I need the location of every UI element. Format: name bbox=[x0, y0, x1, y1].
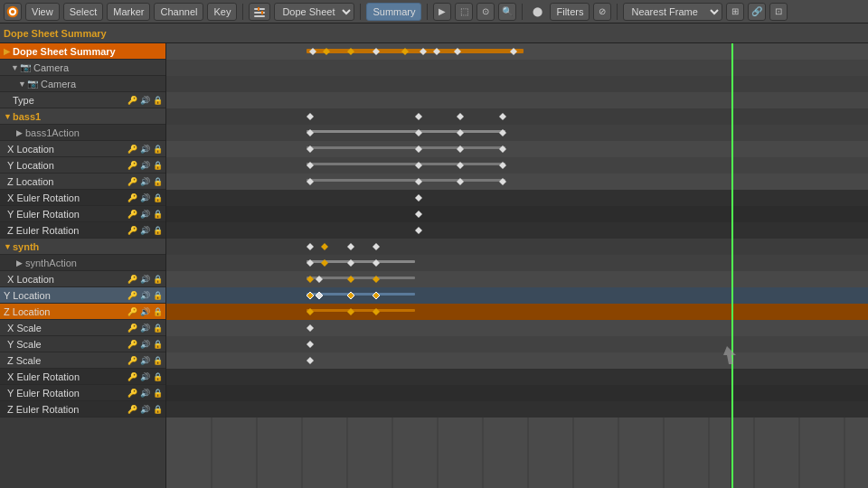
synth-triangle: ▼ bbox=[4, 242, 13, 251]
filters-button[interactable]: Filters bbox=[550, 3, 590, 21]
y-euler-2-row[interactable]: Y Euler Rotation 🔑 🔊 🔒 bbox=[0, 385, 165, 401]
svg-rect-33 bbox=[166, 190, 868, 206]
snap-options-icon[interactable]: 🔗 bbox=[748, 3, 766, 21]
svg-rect-36 bbox=[166, 239, 868, 255]
zeul2-key-icon: 🔑 bbox=[127, 405, 138, 414]
view-options-icon[interactable]: ⊡ bbox=[769, 3, 788, 21]
x-location-2-row[interactable]: X Location 🔑 🔊 🔒 bbox=[0, 271, 165, 287]
separator-3 bbox=[427, 4, 428, 20]
box-select-icon[interactable]: ⬚ bbox=[455, 3, 473, 21]
xloc1-lock-icon: 🔒 bbox=[152, 145, 164, 154]
xeul1-key-icon: 🔑 bbox=[127, 193, 138, 202]
y-euler-1-icons: 🔑 🔊 🔒 bbox=[127, 210, 164, 219]
marker-menu[interactable]: Marker bbox=[107, 3, 150, 21]
synth-group-row[interactable]: ▼ synth bbox=[0, 239, 165, 255]
blender-logo-icon[interactable] bbox=[4, 3, 22, 21]
yloc1-lock-icon: 🔒 bbox=[152, 161, 164, 170]
type-mute-icon: 🔊 bbox=[139, 96, 151, 105]
summary-button[interactable]: Summary bbox=[366, 3, 421, 21]
view-menu[interactable]: View bbox=[25, 3, 60, 21]
select-menu[interactable]: Select bbox=[63, 3, 104, 21]
type-key-icon: 🔑 bbox=[127, 96, 138, 105]
camera-sub-row[interactable]: ▼ 📷 Camera bbox=[0, 76, 165, 92]
x-location-1-row[interactable]: X Location 🔑 🔊 🔒 bbox=[0, 141, 165, 157]
timeline-area[interactable] bbox=[166, 43, 868, 488]
camera-sub-icon: 📷 bbox=[27, 79, 38, 89]
z-euler-1-label: Z Euler Rotation bbox=[7, 225, 127, 236]
camera-group-row[interactable]: ▼ 📷 Camera bbox=[0, 60, 165, 76]
z-euler-2-row[interactable]: Z Euler Rotation 🔑 🔊 🔒 bbox=[0, 401, 165, 418]
svg-rect-29 bbox=[166, 125, 868, 141]
key-menu[interactable]: Key bbox=[207, 3, 237, 21]
svg-rect-41 bbox=[166, 320, 868, 336]
y-euler-1-row[interactable]: Y Euler Rotation 🔑 🔊 🔒 bbox=[0, 206, 165, 222]
nearest-frame-select[interactable]: Nearest Frame bbox=[623, 3, 722, 21]
lasso-icon[interactable]: ⊙ bbox=[476, 3, 495, 21]
svg-rect-31 bbox=[166, 157, 868, 174]
xscale-key-icon: 🔑 bbox=[127, 324, 138, 333]
dopesheet-mode-select[interactable]: Dope Sheet Dope Sheet bbox=[274, 3, 354, 21]
type-protect-icon: 🔒 bbox=[152, 96, 164, 105]
z-location-1-label: Z Location bbox=[7, 176, 127, 187]
svg-rect-42 bbox=[166, 336, 868, 352]
svg-rect-28 bbox=[166, 108, 868, 125]
zloc1-lock-icon: 🔒 bbox=[152, 177, 164, 186]
svg-rect-40 bbox=[166, 304, 868, 320]
xloc1-key-icon: 🔑 bbox=[127, 145, 138, 154]
z-location-2-row[interactable]: Z Location 🔑 🔊 🔒 bbox=[0, 304, 165, 320]
x-euler-2-row[interactable]: X Euler Rotation 🔑 🔊 🔒 bbox=[0, 369, 165, 385]
svg-rect-48 bbox=[307, 163, 505, 165]
svg-rect-25 bbox=[166, 60, 868, 76]
x-scale-label: X Scale bbox=[7, 323, 127, 333]
zscale-lock-icon: 🔒 bbox=[152, 356, 164, 365]
svg-rect-44 bbox=[166, 369, 868, 385]
z-loc-2-icons: 🔑 🔊 🔒 bbox=[127, 307, 164, 316]
svg-rect-27 bbox=[166, 92, 868, 108]
snap-icon[interactable]: ⊞ bbox=[726, 3, 744, 21]
bass1action-row[interactable]: ▶ bass1Action bbox=[0, 125, 165, 141]
select-mode-icon[interactable]: ▶ bbox=[433, 3, 451, 21]
type-icons: 🔑 🔊 🔒 bbox=[127, 96, 164, 105]
z-euler-2-icons: 🔑 🔊 🔒 bbox=[127, 405, 164, 414]
bass1-label: bass1 bbox=[13, 111, 165, 122]
z-location-1-row[interactable]: Z Location 🔑 🔊 🔒 bbox=[0, 174, 165, 190]
synth-label: synth bbox=[13, 241, 165, 252]
zloc2-key-icon: 🔑 bbox=[127, 307, 138, 316]
y-euler-2-label: Y Euler Rotation bbox=[7, 388, 127, 399]
y-scale-row[interactable]: Y Scale 🔑 🔊 🔒 bbox=[0, 336, 165, 352]
z-scale-row[interactable]: Z Scale 🔑 🔊 🔒 bbox=[0, 352, 165, 369]
x-location-1-label: X Location bbox=[7, 144, 127, 155]
xloc1-mute-icon: 🔊 bbox=[139, 145, 151, 154]
svg-rect-47 bbox=[307, 146, 505, 149]
y-loc-2-icons: 🔑 🔊 🔒 bbox=[127, 291, 164, 300]
y-location-2-row[interactable]: Y Location 🔑 🔊 🔒 bbox=[0, 287, 165, 304]
yloc1-key-icon: 🔑 bbox=[127, 161, 138, 170]
svg-rect-38 bbox=[166, 271, 868, 287]
yeul1-mute-icon: 🔊 bbox=[139, 210, 151, 219]
x-scale-row[interactable]: X Scale 🔑 🔊 🔒 bbox=[0, 320, 165, 336]
svg-rect-6 bbox=[258, 7, 259, 11]
y-location-1-row[interactable]: Y Location 🔑 🔊 🔒 bbox=[0, 157, 165, 174]
y-location-1-label: Y Location bbox=[7, 160, 127, 171]
z-scale-icons: 🔑 🔊 🔒 bbox=[127, 356, 164, 365]
summary-header-row[interactable]: ▶ Dope Sheet Summary bbox=[0, 43, 165, 60]
x-euler-2-label: X Euler Rotation bbox=[7, 371, 127, 382]
zscale-mute-icon: 🔊 bbox=[139, 356, 151, 365]
channel-menu[interactable]: Channel bbox=[154, 3, 203, 21]
filter-options-icon[interactable]: ⊘ bbox=[593, 3, 611, 21]
zeul2-lock-icon: 🔒 bbox=[152, 405, 164, 414]
zoom-icon[interactable]: 🔍 bbox=[498, 3, 516, 21]
zeul1-mute-icon: 🔊 bbox=[139, 226, 151, 235]
x-euler-2-icons: 🔑 🔊 🔒 bbox=[127, 372, 164, 381]
channel-list: ▶ Dope Sheet Summary ▼ 📷 Camera ▼ 📷 Came… bbox=[0, 43, 166, 488]
separator-1 bbox=[242, 4, 243, 20]
bass1-group-row[interactable]: ▼ bass1 bbox=[0, 108, 165, 125]
x-euler-1-row[interactable]: X Euler Rotation 🔑 🔊 🔒 bbox=[0, 190, 165, 206]
separator-2 bbox=[360, 4, 361, 20]
synthaction-row[interactable]: ▶ synthAction bbox=[0, 255, 165, 271]
z-euler-1-row[interactable]: Z Euler Rotation 🔑 🔊 🔒 bbox=[0, 222, 165, 239]
zloc1-key-icon: 🔑 bbox=[127, 177, 138, 186]
type-row[interactable]: Type 🔑 🔊 🔒 bbox=[0, 92, 165, 108]
xloc2-lock-icon: 🔒 bbox=[152, 275, 164, 284]
bass1-triangle: ▼ bbox=[4, 112, 13, 121]
